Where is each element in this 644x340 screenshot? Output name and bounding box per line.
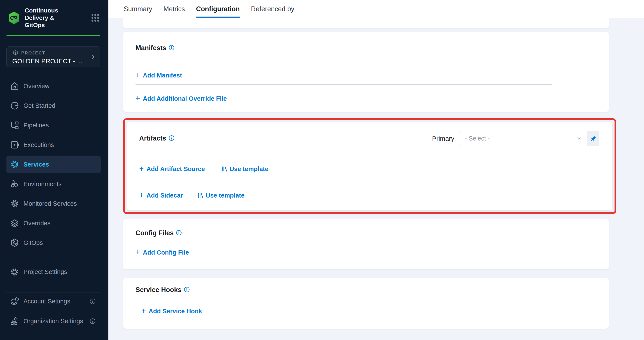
manifests-heading: Manifests [136, 44, 174, 52]
add-override-label: Add Additional Override File [143, 95, 227, 102]
add-manifest-button[interactable]: + Add Manifest [136, 72, 182, 79]
sidecar-row: + Add Sidecar Use template [139, 191, 244, 200]
chevron-right-icon [90, 54, 96, 60]
plus-icon: + [139, 165, 144, 173]
add-manifest-row: + Add Manifest [136, 71, 182, 80]
account-settings-icon [10, 296, 20, 306]
project-selector-header: PROJECT [12, 50, 96, 56]
main-panel: Summary Metrics Configuration Referenced… [108, 0, 644, 340]
sidebar-item-label: Overrides [24, 220, 50, 227]
tab-configuration[interactable]: Configuration [196, 0, 240, 18]
sidebar-item-label: Environments [24, 181, 62, 188]
sidebar-item-gitops[interactable]: GitOps [6, 234, 101, 251]
config-files-section: Config Files + Add Config File [123, 219, 609, 269]
plus-icon: + [139, 191, 144, 199]
add-artifact-source-label: Add Artifact Source [146, 165, 205, 173]
plus-icon: + [141, 307, 146, 315]
sidebar-item-label: Services [24, 161, 49, 168]
sidebar-item-overview[interactable]: Overview [6, 77, 101, 95]
sidebar-item-label: Get Started [24, 102, 55, 109]
primary-select-value: - Select - [465, 135, 576, 142]
configuration-content: Manifests + Add Manifest [108, 18, 644, 340]
project-name: GOLDEN PROJECT - ... [12, 58, 96, 65]
add-sidecar-label: Add Sidecar [146, 192, 183, 199]
vertical-divider [214, 163, 214, 175]
organization-settings-icon [10, 316, 20, 326]
primary-label: Primary [432, 135, 454, 142]
app-title: Continuous Delivery & GitOps [25, 7, 72, 29]
artifact-source-row: + Add Artifact Source Use template [139, 164, 268, 174]
add-service-hook-row: + Add Service Hook [141, 306, 202, 316]
manifests-divider [136, 84, 552, 85]
template-library-icon [197, 192, 204, 199]
tab-referenced-by[interactable]: Referenced by [251, 0, 294, 18]
add-sidecar-button[interactable]: + Add Sidecar [139, 192, 183, 199]
executions-icon [10, 140, 20, 150]
sidebar-item-account-settings[interactable]: Account Settings [6, 292, 101, 310]
project-selector[interactable]: PROJECT GOLDEN PROJECT - ... [6, 47, 100, 67]
harness-logo-icon [8, 11, 20, 25]
tab-metrics[interactable]: Metrics [164, 0, 185, 18]
get-started-icon [10, 101, 20, 111]
chevron-down-icon [576, 136, 582, 141]
sidebar-item-label: Project Settings [24, 268, 67, 275]
pipelines-icon [10, 120, 20, 130]
sidebar-item-organization-settings[interactable]: Organization Settings [6, 312, 101, 330]
use-template-label: Use template [206, 192, 244, 199]
info-icon[interactable] [169, 45, 174, 51]
info-icon[interactable] [176, 230, 182, 236]
sidebar-item-label: Overview [24, 83, 50, 90]
previous-section-card-edge [123, 18, 609, 28]
add-service-hook-button[interactable]: + Add Service Hook [141, 308, 202, 315]
monitored-services-icon [10, 199, 20, 208]
artifacts-section: Artifacts Primary - Select - [127, 122, 612, 210]
sidebar-item-overrides[interactable]: Overrides [6, 214, 101, 232]
info-icon[interactable] [169, 135, 174, 141]
plus-icon: + [136, 248, 140, 256]
manifests-section: Manifests + Add Manifest [123, 32, 609, 112]
manifests-title: Manifests [136, 44, 166, 52]
sidebar-item-pipelines[interactable]: Pipelines [6, 116, 101, 134]
config-files-title: Config Files [136, 229, 174, 237]
info-icon[interactable] [184, 287, 190, 292]
sidebar-item-label: Pipelines [24, 122, 49, 129]
sidebar-item-executions[interactable]: Executions [6, 136, 101, 154]
sidebar-item-label: Organization Settings [24, 318, 83, 325]
pin-primary-button[interactable] [587, 131, 599, 146]
brand-green-rule [6, 35, 100, 36]
use-template-label: Use template [230, 165, 268, 173]
project-label: PROJECT [21, 51, 46, 56]
sidebar-nav: Overview Get Started Pipelines [6, 77, 101, 251]
add-artifact-source-button[interactable]: + Add Artifact Source [139, 165, 205, 173]
primary-artifact-select[interactable]: - Select - [459, 131, 587, 146]
sidebar-item-monitored-services[interactable]: Monitored Services [6, 195, 101, 212]
info-icon[interactable] [89, 298, 96, 305]
service-hooks-title: Service Hooks [136, 286, 182, 294]
use-template-artifact-button[interactable]: Use template [221, 165, 268, 173]
sidebar-item-project-settings[interactable]: Project Settings [6, 263, 101, 281]
sidebar-item-get-started[interactable]: Get Started [6, 97, 101, 115]
sidebar-item-environments[interactable]: Environments [6, 175, 101, 193]
add-service-hook-label: Add Service Hook [149, 308, 202, 315]
use-template-sidecar-button[interactable]: Use template [197, 192, 244, 199]
primary-select-group: - Select - [459, 131, 599, 146]
vertical-divider [190, 189, 190, 201]
service-hooks-heading: Service Hooks [136, 286, 190, 294]
config-files-heading: Config Files [136, 229, 182, 237]
module-grid-icon[interactable] [90, 13, 100, 23]
info-icon[interactable] [89, 318, 96, 324]
sidebar-header: Continuous Delivery & GitOps [8, 7, 100, 29]
app-window: Continuous Delivery & GitOps PROJECT GOL… [0, 0, 644, 340]
tab-summary[interactable]: Summary [124, 0, 152, 18]
add-config-file-button[interactable]: + Add Config File [136, 249, 189, 256]
artifacts-heading: Artifacts [139, 135, 174, 142]
services-gear-icon [10, 159, 20, 169]
add-additional-override-file-button[interactable]: + Add Additional Override File [136, 95, 227, 102]
add-override-row: + Add Additional Override File [136, 94, 227, 103]
overrides-layers-icon [10, 218, 20, 228]
sidebar-item-label: Executions [24, 141, 54, 148]
sidebar-item-services[interactable]: Services [6, 156, 101, 173]
sidebar-item-label: Monitored Services [24, 200, 77, 207]
environments-icon [10, 179, 20, 189]
primary-artifact-group: Primary - Select - [432, 131, 599, 146]
